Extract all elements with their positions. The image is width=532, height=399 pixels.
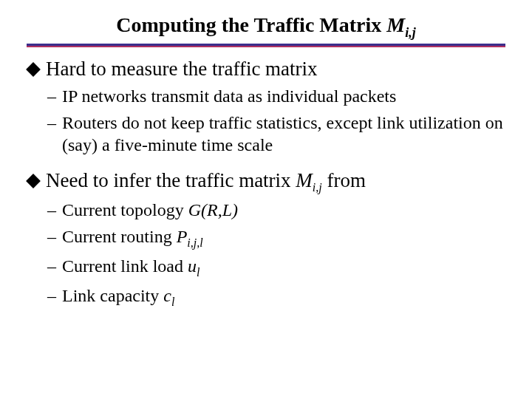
dash-icon: – [47, 199, 56, 221]
bullet-2-text: Need to infer the traffic matrix Mi,j fr… [46, 169, 366, 194]
bullet-2-sub-3: – Current link load ul [47, 255, 505, 280]
bullet-1-sub-2-text: Routers do not keep traffic statistics, … [62, 112, 505, 156]
bullet-2-post: from [322, 169, 366, 191]
sub-pre: Link capacity [62, 286, 163, 305]
title-pre: Computing the Traffic Matrix [116, 13, 386, 36]
bullet-2-sub-2-text: Current routing Pi,j,l [62, 225, 203, 250]
title-rule [27, 44, 505, 47]
sub-ital: G(R,L) [188, 200, 238, 219]
sub-msub: l [171, 295, 174, 307]
dash-icon: – [47, 85, 56, 107]
bullet-2-msub: i,j [313, 181, 322, 194]
sub-mvar: P [177, 227, 188, 246]
bullet-2-sub-3-text: Current link load ul [62, 255, 200, 280]
slide-title: Computing the Traffic Matrix Mi,j [116, 13, 415, 36]
title-mvar: M [386, 13, 405, 36]
sub-pre: Current topology [62, 200, 188, 219]
sub-mvar: c [163, 286, 171, 305]
bullet-2-pre: Need to infer the traffic matrix [46, 169, 296, 191]
bullet-2: Need to infer the traffic matrix Mi,j fr… [27, 169, 505, 194]
sub-mvar: u [188, 256, 197, 276]
sub-msub: l [197, 266, 200, 279]
bullet-1-sub-1-text: IP networks transmit data as individual … [62, 85, 396, 107]
spacer [27, 160, 505, 166]
bullet-2-sub-4: – Link capacity cl [47, 284, 505, 310]
slide: Computing the Traffic Matrix Mi,j Hard t… [0, 0, 532, 399]
bullet-1: Hard to measure the traffic matrix [27, 58, 505, 81]
bullet-1-sub-1: – IP networks transmit data as individua… [47, 85, 505, 107]
bullet-2-sub-2: – Current routing Pi,j,l [47, 225, 505, 250]
bullet-2-mvar: M [296, 169, 313, 191]
bullet-2-sub-1: – Current topology G(R,L) [47, 199, 505, 221]
title-wrap: Computing the Traffic Matrix Mi,j [27, 13, 505, 41]
bullet-2-sub-4-text: Link capacity cl [62, 284, 174, 310]
diamond-icon [26, 174, 41, 188]
sub-pre: Current link load [62, 256, 188, 276]
dash-icon: – [47, 225, 56, 248]
bullet-1-sub-2: – Routers do not keep traffic statistics… [47, 112, 505, 156]
sub-msub: i,j,l [187, 236, 202, 249]
dash-icon: – [47, 284, 56, 307]
title-msub: i,j [405, 25, 416, 40]
dash-icon: – [47, 112, 56, 134]
sub-pre: Current routing [62, 227, 177, 246]
bullet-1-text: Hard to measure the traffic matrix [46, 58, 318, 81]
bullet-2-sub-1-text: Current topology G(R,L) [62, 199, 238, 221]
dash-icon: – [47, 255, 56, 277]
diamond-icon [26, 62, 41, 77]
